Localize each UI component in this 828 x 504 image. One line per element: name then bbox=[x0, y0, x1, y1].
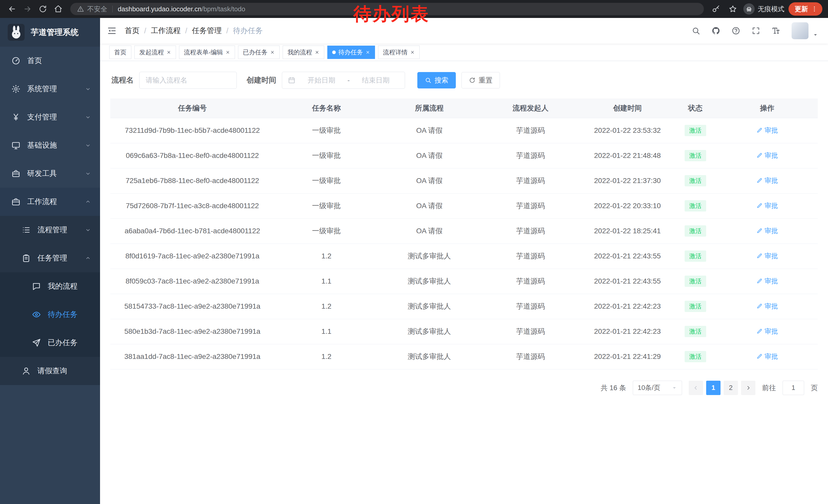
chevron-down-icon bbox=[85, 86, 91, 92]
update-button[interactable]: 更新 bbox=[788, 2, 822, 16]
approve-link[interactable]: 审批 bbox=[756, 302, 778, 311]
back-icon[interactable] bbox=[6, 3, 18, 15]
tab-my-process[interactable]: 我的流程 bbox=[283, 46, 324, 59]
pen-icon bbox=[756, 253, 762, 259]
close-icon[interactable] bbox=[315, 50, 319, 55]
tab-start-process[interactable]: 发起流程 bbox=[134, 46, 176, 59]
top-navbar: 首页 / 工作流程 / 任务管理 / 待办任务 bbox=[100, 18, 828, 44]
action-cell: 审批 bbox=[717, 193, 818, 218]
prev-page-button[interactable] bbox=[689, 381, 703, 395]
approve-link[interactable]: 审批 bbox=[756, 352, 778, 361]
chevron-left-icon bbox=[693, 385, 699, 391]
create-time-cell: 2022-01-21 22:42:23 bbox=[581, 319, 674, 344]
toolbox-icon bbox=[11, 169, 20, 178]
browser-nav-icons bbox=[6, 3, 65, 15]
sidebar-item-leave-query[interactable]: 请假查询 bbox=[0, 357, 100, 385]
font-size-icon[interactable] bbox=[772, 27, 780, 35]
task-submenu: 我的流程 待办任务 已办任务 bbox=[0, 272, 100, 357]
approve-link[interactable]: 审批 bbox=[756, 226, 778, 235]
approve-link[interactable]: 审批 bbox=[756, 251, 778, 261]
question-icon[interactable] bbox=[732, 27, 740, 35]
sidebar-item-label: 研发工具 bbox=[27, 169, 57, 179]
goto-page-input[interactable] bbox=[783, 381, 804, 395]
create-time-cell: 2022-01-21 22:43:55 bbox=[581, 243, 674, 269]
search-button[interactable]: 搜索 bbox=[417, 72, 456, 88]
action-cell: 审批 bbox=[717, 218, 818, 243]
sidebar-item-label: 请假查询 bbox=[37, 366, 67, 376]
task-id-cell: 580e1b3d-7ac8-11ec-a9e2-a2380e71991a bbox=[110, 319, 275, 344]
sidebar-item-payment[interactable]: 支付管理 bbox=[0, 103, 100, 131]
chevron-down-icon bbox=[85, 227, 91, 233]
page-button-2[interactable]: 2 bbox=[723, 381, 738, 395]
github-icon[interactable] bbox=[711, 27, 720, 35]
reset-button[interactable]: 重置 bbox=[461, 72, 500, 88]
star-icon[interactable] bbox=[727, 3, 739, 15]
hamburger-icon[interactable] bbox=[100, 18, 124, 44]
sidebar-item-workflow[interactable]: 工作流程 bbox=[0, 188, 100, 216]
reload-icon[interactable] bbox=[36, 3, 49, 15]
process-cell: OA 请假 bbox=[378, 193, 480, 218]
date-range-picker[interactable]: 开始日期 - 结束日期 bbox=[282, 72, 405, 89]
sidebar-item-system[interactable]: 系统管理 bbox=[0, 75, 100, 103]
create-time-cell: 2022-01-22 23:53:32 bbox=[581, 118, 674, 143]
sidebar-menu: 首页 系统管理 支付管理 基础设施 研发工具 bbox=[0, 47, 100, 385]
incognito-icon bbox=[743, 3, 755, 15]
fullscreen-icon[interactable] bbox=[752, 27, 760, 35]
breadcrumb-separator: / bbox=[185, 27, 187, 35]
close-icon[interactable] bbox=[410, 50, 415, 55]
approve-link[interactable]: 审批 bbox=[756, 151, 778, 160]
process-name-input[interactable] bbox=[139, 72, 237, 89]
process-cell: 测试多审批人 bbox=[378, 344, 480, 369]
forward-icon[interactable] bbox=[21, 3, 34, 15]
sidebar-item-todo-tasks[interactable]: 待办任务 bbox=[0, 301, 100, 329]
status-cell: 激活 bbox=[674, 294, 716, 319]
close-icon[interactable] bbox=[166, 50, 171, 55]
pen-icon bbox=[756, 152, 762, 158]
page-size-select[interactable]: 10条/页 bbox=[633, 381, 682, 395]
process-cell: 测试多审批人 bbox=[378, 294, 480, 319]
approve-link[interactable]: 审批 bbox=[756, 126, 778, 135]
breadcrumb-separator: / bbox=[226, 27, 228, 35]
sidebar-item-process-mgmt[interactable]: 流程管理 bbox=[0, 216, 100, 244]
sidebar-item-task-mgmt[interactable]: 任务管理 bbox=[0, 244, 100, 272]
status-badge: 激活 bbox=[685, 125, 706, 136]
tab-process-form-edit[interactable]: 流程表单-编辑 bbox=[179, 46, 235, 59]
sidebar-item-dev-tools[interactable]: 研发工具 bbox=[0, 159, 100, 188]
status-cell: 激活 bbox=[674, 118, 716, 143]
approve-link-label: 审批 bbox=[764, 327, 778, 336]
approve-link[interactable]: 审批 bbox=[756, 201, 778, 210]
page-button-1[interactable]: 1 bbox=[706, 381, 720, 395]
approve-link[interactable]: 审批 bbox=[756, 327, 778, 336]
tab-todo-tasks[interactable]: 待办任务 bbox=[327, 46, 375, 59]
status-badge: 激活 bbox=[685, 351, 706, 362]
search-icon[interactable] bbox=[692, 27, 700, 35]
close-icon[interactable] bbox=[225, 50, 230, 55]
tab-process-detail[interactable]: 流程详情 bbox=[378, 46, 420, 59]
caret-down-icon bbox=[671, 385, 677, 391]
menu-dots-icon[interactable] bbox=[811, 5, 818, 13]
url-domain: dashboard.yudao.iocoder.cn bbox=[118, 5, 202, 13]
sidebar-item-done-tasks[interactable]: 已办任务 bbox=[0, 329, 100, 357]
home-icon[interactable] bbox=[52, 3, 65, 15]
key-icon[interactable] bbox=[709, 3, 722, 15]
breadcrumb-item[interactable]: 首页 bbox=[125, 26, 139, 36]
tab-label: 已办任务 bbox=[243, 48, 267, 56]
caret-down-icon[interactable] bbox=[813, 32, 818, 39]
tab-label: 流程表单-编辑 bbox=[184, 48, 223, 56]
close-icon[interactable] bbox=[270, 50, 275, 55]
breadcrumb-item[interactable]: 工作流程 bbox=[151, 26, 180, 36]
approve-link[interactable]: 审批 bbox=[756, 176, 778, 185]
url-text: dashboard.yudao.iocoder.cn/bpm/task/todo bbox=[118, 5, 245, 13]
sidebar-item-infrastructure[interactable]: 基础设施 bbox=[0, 131, 100, 159]
avatar[interactable] bbox=[792, 22, 809, 39]
task-id-cell: 58154733-7ac8-11ec-a9e2-a2380e71991a bbox=[110, 294, 275, 319]
tab-home[interactable]: 首页 bbox=[109, 46, 131, 59]
next-page-button[interactable] bbox=[741, 381, 755, 395]
breadcrumb-item[interactable]: 任务管理 bbox=[192, 26, 222, 36]
sidebar-item-home[interactable]: 首页 bbox=[0, 47, 100, 75]
sidebar-item-my-process[interactable]: 我的流程 bbox=[0, 272, 100, 301]
tab-done-tasks[interactable]: 已办任务 bbox=[238, 46, 280, 59]
close-icon[interactable] bbox=[366, 50, 370, 55]
task-id-cell: 069c6a63-7b8a-11ec-8ef0-acde48001122 bbox=[110, 143, 275, 168]
approve-link[interactable]: 审批 bbox=[756, 277, 778, 286]
